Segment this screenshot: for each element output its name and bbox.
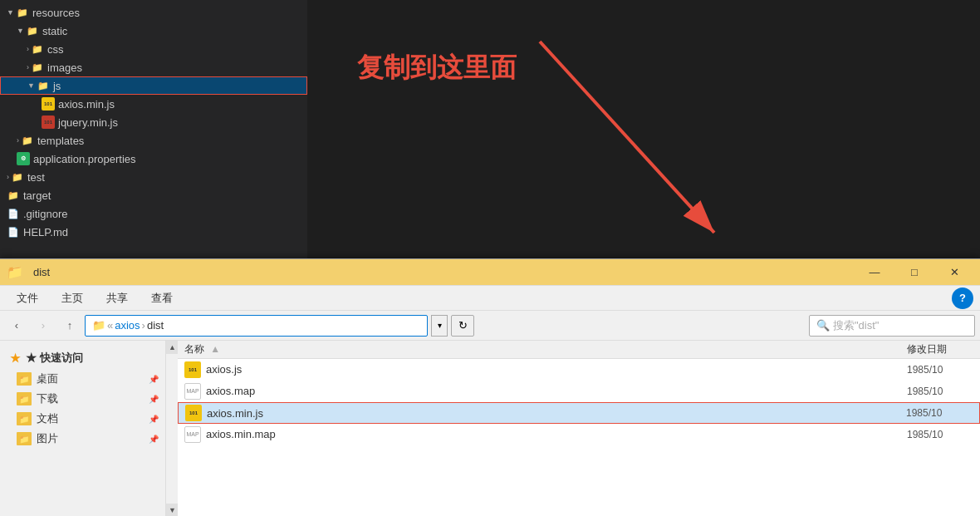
tree-item-test[interactable]: › 📁 test <box>0 168 307 186</box>
maximize-button[interactable]: □ <box>895 259 933 286</box>
red-arrow <box>307 0 980 266</box>
address-sep1: « <box>107 319 113 332</box>
file-list-area: 名称 ▲ 修改日期 101 axios.js 1985/10 <box>178 341 980 516</box>
annotation-text: 复制到这里面 <box>357 50 517 86</box>
address-part-1[interactable]: axios <box>115 319 140 332</box>
file-cell-date: 1985/10 <box>907 364 973 376</box>
map-file-icon: MAP <box>184 426 201 443</box>
file-tree: ▼ 📁 resources ▼ 📁 static › 📁 css › 📁 ima… <box>0 0 307 266</box>
col-name-header: 名称 ▲ <box>184 342 907 356</box>
menu-file[interactable]: 文件 <box>7 287 48 309</box>
tree-item-gitignore[interactable]: 📄 .gitignore <box>0 204 307 223</box>
quick-access-title: ★ ★ 快速访问 <box>0 347 165 369</box>
file-list-header: 名称 ▲ 修改日期 <box>178 341 980 359</box>
folder-icon: 📁 <box>37 79 50 92</box>
sidebar-item-desktop[interactable]: 📁 桌面 📌 <box>0 369 165 389</box>
arrow-icon: › <box>27 63 29 71</box>
sidebar: ★ ★ 快速访问 📁 桌面 📌 📁 下载 📌 📁 文档 📌 📁 图片 <box>0 341 166 516</box>
file-row-axios-map[interactable]: MAP axios.map 1985/10 <box>178 381 980 402</box>
file-cell-name: MAP axios.min.map <box>184 426 907 443</box>
sidebar-item-documents[interactable]: 📁 文档 📌 <box>0 409 165 429</box>
pin-icon: 📌 <box>149 375 159 384</box>
folder-icon: 📁 <box>21 134 34 147</box>
folder-icon: 📁 <box>7 189 20 202</box>
file-cell-name: 101 axios.min.js <box>185 405 906 421</box>
js-file-icon <box>42 115 55 129</box>
file-cell-date: 1985/10 <box>907 429 973 440</box>
menu-view[interactable]: 查看 <box>141 287 183 309</box>
sidebar-item-pictures[interactable]: 📁 图片 📌 <box>0 429 165 449</box>
folder-icon: 📁 <box>17 412 32 425</box>
pin-icon: 📌 <box>149 395 159 404</box>
search-placeholder: 搜索"dist" <box>833 318 879 333</box>
ide-content: 复制到这里面 <box>307 0 980 266</box>
tree-item-resources[interactable]: ▼ 📁 resources <box>0 3 307 22</box>
props-icon: ⚙ <box>17 152 30 165</box>
folder-icon: 📁 <box>31 42 44 56</box>
address-dropdown[interactable]: ▾ <box>431 315 448 337</box>
explorer-body: ★ ★ 快速访问 📁 桌面 📌 📁 下载 📌 📁 文档 📌 📁 图片 <box>0 341 980 516</box>
forward-button[interactable]: › <box>32 315 55 337</box>
col-date-header: 修改日期 <box>907 342 973 356</box>
js-file-icon <box>42 97 55 111</box>
minimize-button[interactable]: — <box>855 259 894 286</box>
file-cell-date: 1985/10 <box>906 407 973 419</box>
menubar: 文件 主页 共享 查看 ? <box>0 286 980 311</box>
address-chevron: › <box>142 319 145 332</box>
arrow-icon: ▼ <box>17 27 24 35</box>
file-row-axios-min-js[interactable]: 101 axios.min.js 1985/10 <box>178 402 980 424</box>
ide-panel: ▼ 📁 resources ▼ 📁 static › 📁 css › 📁 ima… <box>0 0 980 266</box>
sidebar-item-downloads[interactable]: 📁 下载 📌 <box>0 389 165 409</box>
file-cell-name: 101 axios.js <box>184 361 907 378</box>
tree-item-jquery-min[interactable]: jquery.min.js <box>0 113 307 131</box>
file-cell-date: 1985/10 <box>907 386 973 397</box>
js-min-file-icon: 101 <box>185 405 202 421</box>
arrow-icon: › <box>7 173 9 181</box>
file-cell-name: MAP axios.map <box>184 383 907 400</box>
tree-item-target[interactable]: 📁 target <box>0 186 307 204</box>
up-button[interactable]: ↑ <box>58 315 81 337</box>
menu-home[interactable]: 主页 <box>51 287 93 309</box>
arrow-icon: ▼ <box>27 81 35 90</box>
tree-item-images[interactable]: › 📁 images <box>0 58 307 76</box>
map-file-icon: MAP <box>184 383 201 400</box>
titlebar-controls: — □ ✕ <box>855 259 973 286</box>
pin-icon: 📌 <box>149 415 159 424</box>
address-icon: 📁 <box>92 319 105 332</box>
folder-icon: 📁 <box>26 24 39 37</box>
titlebar: 📁 dist — □ ✕ <box>0 259 980 286</box>
addressbar: ‹ › ↑ 📁 « axios › dist ▾ ↻ 🔍 搜索"dist" <box>0 311 980 341</box>
scroll-column: ▲ ▼ <box>166 341 178 516</box>
arrow-icon: › <box>17 136 19 145</box>
folder-icon: 📁 <box>16 6 29 19</box>
tree-item-axios-min[interactable]: axios.min.js <box>0 95 307 113</box>
file-row-axios-js[interactable]: 101 axios.js 1985/10 <box>178 359 980 381</box>
arrow-icon: ▼ <box>7 8 14 17</box>
search-icon: 🔍 <box>816 319 830 332</box>
tree-item-css[interactable]: › 📁 css <box>0 40 307 58</box>
file-icon: 📄 <box>7 225 20 238</box>
js-file-icon: 101 <box>184 361 201 378</box>
search-box[interactable]: 🔍 搜索"dist" <box>809 315 975 337</box>
file-row-axios-min-map[interactable]: MAP axios.min.map 1985/10 <box>178 424 980 445</box>
address-part-2[interactable]: dist <box>147 319 164 332</box>
svg-line-1 <box>540 42 714 233</box>
titlebar-title: dist <box>33 266 855 278</box>
tree-item-app-props[interactable]: ⚙ application.properties <box>0 150 307 168</box>
folder-icon: 📁 <box>31 61 44 74</box>
menu-share[interactable]: 共享 <box>96 287 138 309</box>
folder-icon: 📁 <box>17 392 32 405</box>
refresh-button[interactable]: ↻ <box>451 315 474 337</box>
star-icon: ★ <box>10 351 21 365</box>
titlebar-icon: 📁 <box>7 264 23 280</box>
address-box[interactable]: 📁 « axios › dist <box>85 315 428 337</box>
file-explorer-window: 📁 dist — □ ✕ 文件 主页 共享 查看 ? ‹ › ↑ 📁 « axi… <box>0 258 980 516</box>
close-button[interactable]: ✕ <box>935 259 973 286</box>
tree-item-static[interactable]: ▼ 📁 static <box>0 22 307 40</box>
tree-item-help[interactable]: 📄 HELP.md <box>0 223 307 241</box>
back-button[interactable]: ‹ <box>5 315 28 337</box>
tree-item-templates[interactable]: › 📁 templates <box>0 131 307 150</box>
tree-item-js[interactable]: ▼ 📁 js <box>0 76 307 95</box>
help-button[interactable]: ? <box>952 287 973 309</box>
arrow-icon: › <box>27 45 29 53</box>
